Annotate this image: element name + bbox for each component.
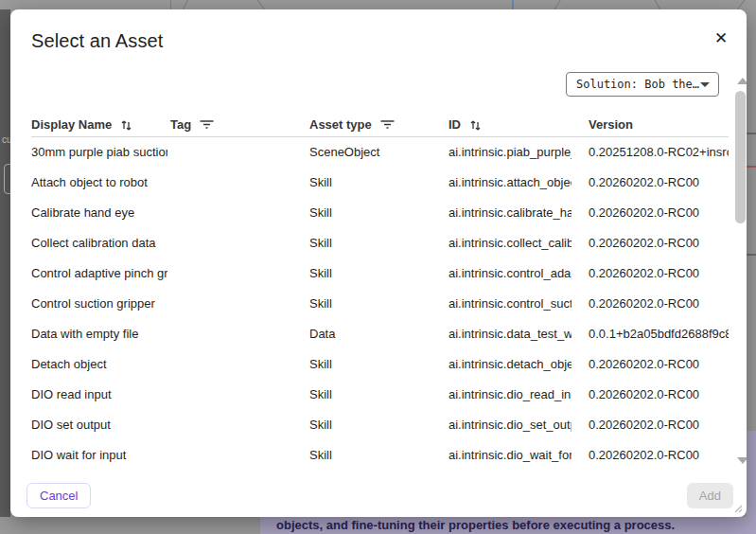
cell-id: ai.intrinsic.calibrate_hand_ <box>448 198 571 228</box>
cell-id: ai.intrinsic.control_adaptiv <box>448 258 571 289</box>
solution-selector[interactable]: Solution: Bob the… <box>566 72 719 97</box>
add-button[interactable]: Add <box>687 483 733 508</box>
cell-display-name: Data with empty file <box>31 319 167 349</box>
cell-display-name: 30mm purple piab suction <box>31 137 167 168</box>
column-asset-type[interactable]: Asset type <box>309 112 395 137</box>
cell-asset-type: Skill <box>309 198 442 228</box>
resize-handle-icon[interactable] <box>731 502 743 513</box>
cell-asset-type: Skill <box>309 289 442 319</box>
table-row[interactable]: Collect calibration data Skill ai.intrin… <box>10 228 730 258</box>
column-tag[interactable]: Tag <box>170 112 214 137</box>
background-right-strip <box>747 9 756 517</box>
chevron-down-icon <box>700 82 710 87</box>
cell-id: ai.intrinsic.data_test_with_ <box>448 319 571 349</box>
table-header: Display Name Tag Asset type ID <box>10 112 747 137</box>
background-panel-text: cu <box>2 134 10 145</box>
table-row[interactable]: 30mm purple piab suction SceneObject ai.… <box>10 137 730 168</box>
column-label: Asset type <box>309 117 372 132</box>
cell-display-name: DIO wait for input <box>31 440 167 471</box>
cell-display-name: DIO read input <box>31 380 167 410</box>
cell-version: 0.20251208.0-RC02+insrc <box>589 137 729 168</box>
cell-asset-type: Skill <box>309 168 442 198</box>
cell-id: ai.intrinsic.attach_object_t <box>448 168 571 198</box>
sort-icon[interactable] <box>120 118 132 132</box>
asset-table-body: 30mm purple piab suction SceneObject ai.… <box>10 137 730 471</box>
cell-version: 0.20260202.0-RC00 <box>589 410 729 440</box>
cell-version: 0.20260202.0-RC00 <box>589 380 729 410</box>
cell-id: ai.intrinsic.piab_purple_30 <box>448 137 571 168</box>
cell-version: 0.20260202.0-RC00 <box>589 168 729 198</box>
cell-asset-type: Data <box>309 319 442 349</box>
cell-display-name: DIO set output <box>31 410 167 440</box>
column-version: Version <box>589 112 633 137</box>
column-label: Version <box>589 117 633 132</box>
background-left-panel: cu <box>0 9 10 517</box>
column-id[interactable]: ID <box>448 112 482 137</box>
cell-tag <box>170 228 303 258</box>
table-row[interactable]: Calibrate hand eye Skill ai.intrinsic.ca… <box>10 198 730 228</box>
dialog-title: Select an Asset <box>31 30 163 52</box>
cell-display-name: Control suction gripper <box>31 289 167 319</box>
cell-display-name: Calibrate hand eye <box>31 198 167 228</box>
background-viewport-top <box>0 0 756 9</box>
cell-tag <box>170 319 303 349</box>
cell-display-name: Attach object to robot <box>31 168 167 198</box>
cell-version: 0.20260202.0-RC00 <box>589 440 729 471</box>
cell-id: ai.intrinsic.control_suction <box>448 289 571 319</box>
table-row[interactable]: DIO read input Skill ai.intrinsic.dio_re… <box>10 380 730 410</box>
table-row[interactable]: Data with empty file Data ai.intrinsic.d… <box>10 319 730 349</box>
background-bottom-strip: objects, and fine-tuning their propertie… <box>0 517 756 534</box>
close-icon: ✕ <box>714 28 728 48</box>
cell-id: ai.intrinsic.dio_read_input <box>448 380 571 410</box>
cell-display-name: Collect calibration data <box>31 228 167 258</box>
table-row[interactable]: DIO wait for input Skill ai.intrinsic.di… <box>10 440 730 471</box>
table-row[interactable]: DIO set output Skill ai.intrinsic.dio_se… <box>10 410 730 440</box>
cell-display-name: Control adaptive pinch grip <box>31 258 167 289</box>
cell-asset-type: Skill <box>309 228 442 258</box>
cell-version: 0.20260202.0-RC00 <box>589 228 729 258</box>
filter-icon[interactable] <box>200 119 214 130</box>
select-asset-dialog: Select an Asset ✕ Solution: Bob the… Dis… <box>10 9 747 517</box>
column-display-name[interactable]: Display Name <box>31 112 132 137</box>
scrollbar-up-arrow-icon[interactable] <box>737 78 747 84</box>
column-label: Display Name <box>31 117 112 132</box>
cell-tag <box>170 349 303 380</box>
solution-selector-label: Solution: Bob the… <box>567 78 700 91</box>
scrollbar-thumb[interactable] <box>735 91 746 223</box>
table-row[interactable]: Attach object to robot Skill ai.intrinsi… <box>10 168 730 198</box>
cell-version: 0.20260202.0-RC00 <box>589 198 729 228</box>
column-label: Tag <box>170 117 191 132</box>
cell-tag <box>170 289 303 319</box>
background-highlighted-text: objects, and fine-tuning their propertie… <box>276 517 756 534</box>
filter-icon[interactable] <box>380 119 395 130</box>
cell-display-name: Detach object <box>31 349 167 380</box>
sort-icon[interactable] <box>469 118 482 132</box>
cell-version: 0.0.1+b2a05bdfd2688f9c8 <box>589 319 729 349</box>
cell-version: 0.20260202.0-RC00 <box>589 289 729 319</box>
cell-asset-type: Skill <box>309 349 442 380</box>
cell-tag <box>170 198 303 228</box>
scrollbar-down-arrow-icon[interactable] <box>737 457 747 464</box>
table-row[interactable]: Control suction gripper Skill ai.intrins… <box>10 289 730 319</box>
cell-id: ai.intrinsic.collect_calibrat <box>448 228 571 258</box>
cell-version: 0.20260202.0-RC00 <box>589 349 729 380</box>
table-row[interactable]: Control adaptive pinch grip Skill ai.int… <box>10 258 730 289</box>
table-row[interactable]: Detach object Skill ai.intrinsic.detach_… <box>10 349 730 380</box>
column-label: ID <box>448 117 461 132</box>
cell-version: 0.20260202.0-RC00 <box>589 258 729 289</box>
cell-id: ai.intrinsic.dio_set_output <box>448 410 571 440</box>
background-panel-box <box>4 164 10 194</box>
cell-id: ai.intrinsic.dio_wait_for_in <box>448 440 571 471</box>
cell-asset-type: SceneObject <box>309 137 442 168</box>
cell-tag <box>170 168 303 198</box>
cell-asset-type: Skill <box>309 258 442 289</box>
cell-tag <box>170 440 303 471</box>
cell-tag <box>170 380 303 410</box>
cell-asset-type: Skill <box>309 410 442 440</box>
close-button[interactable]: ✕ <box>712 28 730 47</box>
cell-asset-type: Skill <box>309 380 442 410</box>
cell-id: ai.intrinsic.detach_object <box>448 349 571 380</box>
cell-tag <box>170 410 303 440</box>
cell-asset-type: Skill <box>309 440 442 471</box>
cancel-button[interactable]: Cancel <box>26 483 91 508</box>
